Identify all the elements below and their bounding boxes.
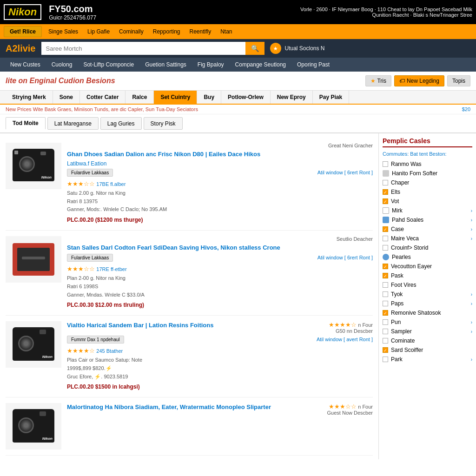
sidebar-item[interactable]: Ranmo Was <box>383 159 472 169</box>
sidebar-checkbox-checked[interactable] <box>383 347 388 353</box>
product-links-1[interactable]: Atil window [ 6rert Ront ] <box>317 170 373 175</box>
product-subtitle-1[interactable]: Latibwa.f Eation <box>67 160 373 167</box>
new-legding-button[interactable]: 🏷 New Legding <box>394 75 444 86</box>
sidebar-item[interactable]: Elts <box>383 187 472 197</box>
nav-reentlfly[interactable]: Reentlfly <box>187 27 214 36</box>
sidebar-item[interactable]: Case › <box>383 225 472 234</box>
sidebar-checkbox-checked[interactable] <box>383 264 388 269</box>
product-title-3[interactable]: Vialtio Harical Sandem Bar | Lation Resi… <box>67 321 213 330</box>
header-badge: ★ <box>270 43 281 54</box>
tab-story-pisk[interactable]: Story Pisk <box>144 117 183 130</box>
product-review-count-1: 17BE fl.alber <box>96 181 126 187</box>
sidebar-item[interactable]: Sampler › <box>383 327 472 336</box>
nav-singe-sales[interactable]: Singe Sales <box>46 27 81 36</box>
cat-tabs: Strying Merk Sone Cotter Cater Ralce Set… <box>0 91 476 105</box>
topic-button[interactable]: Topis <box>447 75 470 86</box>
sidebar: Pemplic Casles Commutes: Bat tent Beston… <box>378 133 476 459</box>
sidebar-checkbox[interactable] <box>383 357 388 362</box>
nav2-new-custes[interactable]: New Custes <box>6 60 45 70</box>
sidebar-title: Pemplic Casles <box>383 137 472 147</box>
sidebar-item[interactable]: Vecoutton Eayer <box>383 262 472 271</box>
sidebar-item[interactable]: Hanito Forn Softer <box>383 169 472 178</box>
cat-tab-new-eproy[interactable]: New Eproy <box>271 91 313 104</box>
sidebar-item[interactable]: Pahd Soales › <box>383 215 472 225</box>
search-button[interactable]: 🔍 <box>245 42 264 55</box>
sidebar-item[interactable]: Pun › <box>383 317 472 327</box>
sidebar-item[interactable]: Remonive Shatosok <box>383 308 472 317</box>
sidebar-item[interactable]: Sard Scoiffer <box>383 345 472 355</box>
this-button[interactable]: ★ Tris <box>365 75 391 86</box>
nav-repporting[interactable]: Repporting <box>150 27 183 36</box>
sidebar-item[interactable]: Cominate <box>383 336 472 345</box>
sidebar-checkbox[interactable] <box>383 329 388 334</box>
cat-tab-set-cuintry[interactable]: Set Cuintry <box>154 91 197 104</box>
product-links-3[interactable]: Atil window [ avert Ront ] <box>317 337 373 342</box>
nav2-fig-bpaloy[interactable]: Fig Bpaloy <box>193 60 229 70</box>
cat-tab-potlow[interactable]: Potlow-Orlew <box>221 91 271 104</box>
sidebar-item[interactable]: Tyok › <box>383 290 472 299</box>
sidebar-icon <box>383 254 389 260</box>
sidebar-item[interactable]: Park › <box>383 355 472 364</box>
sidebar-item[interactable]: Pask <box>383 271 472 280</box>
cat-tab-pay-piak[interactable]: Pay Piak <box>313 91 349 104</box>
fy50-subtitle: Guicr·2524756.077 <box>49 14 300 21</box>
sidebar-icon <box>383 207 389 214</box>
hdd-image <box>13 243 54 276</box>
cat-tab-buy[interactable]: Buy <box>197 91 221 104</box>
product-title-1[interactable]: Ghan Dhoes Sadian Dalion anc Frisc Nikon… <box>67 150 373 159</box>
nav2-guetion[interactable]: Guetion Sattings <box>140 60 191 70</box>
nav2-oporing[interactable]: Oporing Past <box>292 60 334 70</box>
sidebar-checkbox[interactable] <box>383 301 388 306</box>
site-logo: A2livie <box>6 43 36 54</box>
sidebar-checkbox[interactable] <box>383 319 388 325</box>
nav2-sot-liftp[interactable]: Sot-Liftp Componcie <box>79 60 139 70</box>
sidebar-item[interactable]: Maire Veca › <box>383 234 472 243</box>
chevron-right-icon: › <box>471 320 472 325</box>
logo-a: A2 <box>6 43 18 53</box>
section-title-bar: lite on Enginal Cudion Besions ★ Tris 🏷 … <box>0 72 476 91</box>
product-details-3: Vialtio Harical Sandem Bar | Lation Resi… <box>67 321 373 391</box>
sidebar-checkbox[interactable] <box>383 291 388 297</box>
sidebar-item[interactable]: Crouinf> Storid <box>383 243 472 252</box>
product-title-4[interactable]: Malortinatog Ha Nibora Siadiam, Eater, W… <box>67 403 271 411</box>
nav-ntan[interactable]: Ntan <box>218 27 235 36</box>
sidebar-checkbox-checked[interactable] <box>383 198 388 204</box>
nav-lip-gafie[interactable]: Lip Gafie <box>85 27 112 36</box>
sidebar-checkbox[interactable] <box>383 161 388 167</box>
nav-cominally[interactable]: Cominally <box>116 27 146 36</box>
nav2-cuolong[interactable]: Cuolong <box>47 60 77 70</box>
list-item: Nikon Great Neni Gracher Ghan Dhoes Sadi… <box>6 137 373 231</box>
sidebar-item[interactable]: Chaper <box>383 178 472 187</box>
get-rlice-button[interactable]: Get! Rlice <box>4 26 42 37</box>
nav2-compange[interactable]: Compange Seutlong <box>231 60 291 70</box>
sidebar-checkbox[interactable] <box>383 282 388 288</box>
sidebar-item[interactable]: Vot <box>383 197 472 206</box>
sidebar-checkbox[interactable] <box>383 180 388 185</box>
product-image-4: Nikon <box>6 403 61 450</box>
tab-lat-mareganse[interactable]: Lat Mareganse <box>47 117 99 130</box>
sidebar-checkbox[interactable] <box>383 245 388 251</box>
sidebar-item[interactable]: Mirk › <box>383 206 472 215</box>
sidebar-item[interactable]: Paps › <box>383 299 472 308</box>
tab-lag-guries[interactable]: Lag Guries <box>100 117 142 130</box>
search-input[interactable] <box>41 42 245 55</box>
product-links-2[interactable]: Atil window [ 6rert Ront ] <box>317 255 373 260</box>
cat-tab-cotter[interactable]: Cotter Cater <box>80 91 126 104</box>
sidebar-checkbox[interactable] <box>383 236 388 241</box>
section-heading: lite on Enginal Cudion Besions <box>6 77 115 85</box>
sidebar-checkbox-checked[interactable] <box>383 226 388 232</box>
top-banner-right: Vorle · 2600 · IF Nleymaer Boog · 110 Ch… <box>300 7 472 18</box>
product-badge-3: Fummr Dax 1 npdehaul <box>67 336 124 344</box>
sidebar-checkbox-checked[interactable] <box>383 273 388 278</box>
sidebar-icon <box>383 217 389 223</box>
product-title-2[interactable]: Stan Salles Darl Codton Fearl SdiDean Sa… <box>67 244 373 252</box>
sidebar-item[interactable]: Pearles <box>383 252 472 262</box>
tab-tod-moite[interactable]: Tod Moite <box>6 117 46 130</box>
cat-tab-sone[interactable]: Sone <box>53 91 80 104</box>
sidebar-checkbox-checked[interactable] <box>383 189 388 195</box>
cat-tab-ralce[interactable]: Ralce <box>126 91 154 104</box>
cat-tab-strying[interactable]: Strying Merk <box>6 91 53 104</box>
sidebar-checkbox[interactable] <box>383 338 388 344</box>
sidebar-checkbox-checked[interactable] <box>383 310 388 316</box>
sidebar-item[interactable]: Foot Vires <box>383 280 472 290</box>
